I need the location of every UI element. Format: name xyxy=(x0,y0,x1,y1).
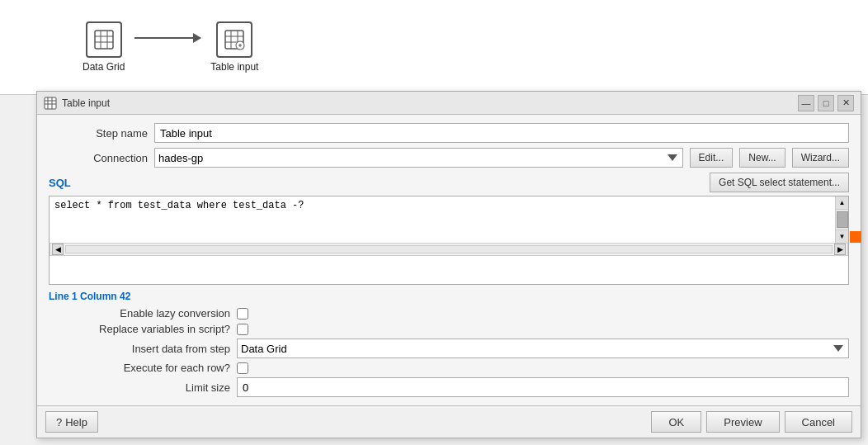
insert-from-step-select[interactable]: Data Grid xyxy=(237,338,849,358)
table-input-node[interactable]: Table input xyxy=(210,21,258,73)
options-section: Enable lazy conversion Replace variables… xyxy=(49,307,849,397)
help-btn[interactable]: ? Help xyxy=(45,411,98,433)
ok-btn[interactable]: OK xyxy=(651,411,701,433)
svg-rect-13 xyxy=(45,97,56,109)
scroll-down-btn[interactable]: ▼ xyxy=(836,230,848,243)
sql-editor[interactable]: select * from test_data where test_data … xyxy=(50,196,835,243)
get-sql-btn[interactable]: Get SQL select statement... xyxy=(710,173,849,192)
data-grid-label: Data Grid xyxy=(83,61,125,73)
orange-accent-sql xyxy=(850,231,861,243)
scroll-body xyxy=(836,210,848,230)
lazy-conversion-label: Enable lazy conversion xyxy=(49,307,230,320)
wizard-btn[interactable]: Wizard... xyxy=(792,148,849,168)
execute-each-row-label: Execute for each row? xyxy=(49,362,230,374)
v-scrollbar[interactable]: ▲ ▼ xyxy=(835,196,848,243)
table-input-dialog: Table input — □ ✕ Step name Connection h… xyxy=(36,91,861,438)
table-input-icon xyxy=(216,21,252,58)
dialog-title-text: Table input xyxy=(62,97,110,109)
limit-size-input[interactable] xyxy=(237,377,849,397)
step-name-input[interactable] xyxy=(154,123,849,143)
lazy-conversion-row: Enable lazy conversion xyxy=(49,307,849,320)
dialog-controls: — □ ✕ xyxy=(798,95,854,111)
new-btn[interactable]: New... xyxy=(739,148,785,168)
lazy-conversion-checkbox[interactable] xyxy=(237,308,248,320)
replace-variables-checkbox[interactable] xyxy=(237,324,248,335)
sql-section: SQL Get SQL select statement... select *… xyxy=(49,173,849,285)
cancel-btn[interactable]: Cancel xyxy=(785,411,852,433)
connection-select[interactable]: hades-gp xyxy=(154,148,683,168)
execute-each-row-checkbox[interactable] xyxy=(237,362,248,374)
edit-btn[interactable]: Edit... xyxy=(690,148,734,168)
h-scroll-right-btn[interactable]: ▶ xyxy=(834,244,846,255)
canvas-area: Data Grid Table input xyxy=(0,0,868,95)
sql-header: SQL Get SQL select statement... xyxy=(49,173,849,192)
svg-rect-0 xyxy=(95,31,113,49)
replace-variables-row: Replace variables in script? xyxy=(49,323,849,335)
line-info: Line 1 Column 42 xyxy=(49,290,849,302)
help-icon: ? xyxy=(56,416,62,428)
limit-size-label: Limit size xyxy=(49,381,230,394)
h-scroll-track[interactable] xyxy=(65,245,833,253)
minimize-btn[interactable]: — xyxy=(798,95,814,111)
limit-wrapper xyxy=(237,377,849,397)
sql-label: SQL xyxy=(49,177,71,189)
sql-editor-wrapper: select * from test_data where test_data … xyxy=(49,196,849,285)
sql-editor-area: select * from test_data where test_data … xyxy=(50,196,848,243)
close-btn[interactable]: ✕ xyxy=(837,95,854,111)
connection-row: Connection hades-gp Edit... New... Wizar… xyxy=(49,148,849,168)
insert-from-step-row: Insert data from step Data Grid xyxy=(49,338,849,358)
step-name-label: Step name xyxy=(49,127,148,140)
replace-variables-label: Replace variables in script? xyxy=(49,323,230,335)
maximize-btn[interactable]: □ xyxy=(818,95,834,111)
h-scroll-left-btn[interactable]: ◀ xyxy=(52,244,64,255)
dialog-title-area: Table input xyxy=(44,97,110,110)
preview-btn[interactable]: Preview xyxy=(706,411,779,433)
limit-size-row: Limit size xyxy=(49,377,849,397)
scroll-up-btn[interactable]: ▲ xyxy=(836,196,848,210)
step-name-row: Step name xyxy=(49,123,849,143)
dialog-title-icon xyxy=(44,97,57,110)
execute-each-row-row: Execute for each row? xyxy=(49,362,849,374)
insert-from-step-label: Insert data from step xyxy=(49,343,230,355)
dialog-footer: ? Help OK Preview Cancel xyxy=(37,405,861,438)
table-input-label: Table input xyxy=(210,61,258,73)
h-scrollbar[interactable]: ◀ ▶ xyxy=(50,243,848,256)
footer-right: OK Preview Cancel xyxy=(651,411,852,433)
dialog-content: Step name Connection hades-gp Edit... Ne… xyxy=(37,115,861,405)
scroll-thumb[interactable] xyxy=(837,211,848,228)
dialog-titlebar: Table input — □ ✕ xyxy=(37,92,861,115)
flow-arrow xyxy=(134,37,200,39)
connection-label: Connection xyxy=(49,152,148,164)
data-grid-node[interactable]: Data Grid xyxy=(83,21,125,73)
data-grid-icon xyxy=(86,21,122,58)
